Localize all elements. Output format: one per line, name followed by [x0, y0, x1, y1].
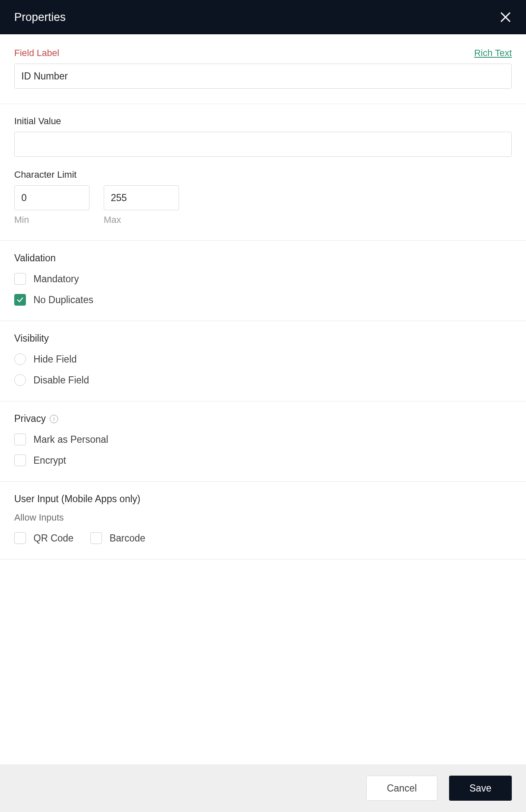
close-icon[interactable] — [499, 11, 512, 23]
visibility-title: Visibility — [14, 333, 512, 344]
disable-field-label: Disable Field — [33, 375, 89, 386]
qr-code-label: QR Code — [33, 533, 74, 544]
disable-field-radio[interactable] — [14, 374, 26, 386]
encrypt-checkbox[interactable] — [14, 455, 26, 466]
section-privacy: Privacy i Mark as Personal Encrypt — [0, 401, 526, 482]
mandatory-checkbox[interactable] — [14, 273, 26, 285]
allow-inputs-label: Allow Inputs — [14, 512, 512, 523]
encrypt-label: Encrypt — [33, 455, 66, 466]
privacy-title-text: Privacy — [14, 413, 46, 424]
field-label-title: Field Label — [14, 48, 59, 59]
char-limit-max-input[interactable] — [104, 185, 179, 210]
section-initial-value: Initial Value Character Limit Min Max — [0, 104, 526, 241]
mark-personal-checkbox[interactable] — [14, 434, 26, 445]
rich-text-link[interactable]: Rich Text — [474, 48, 512, 59]
barcode-checkbox[interactable] — [90, 532, 102, 544]
privacy-title: Privacy i — [14, 413, 512, 424]
mark-personal-label: Mark as Personal — [33, 434, 108, 445]
initial-value-label: Initial Value — [14, 116, 512, 127]
qr-code-checkbox[interactable] — [14, 532, 26, 544]
user-input-title: User Input (Mobile Apps only) — [14, 493, 512, 505]
mandatory-label: Mandatory — [33, 273, 79, 285]
char-limit-max-hint: Max — [104, 214, 179, 225]
dialog-title: Properties — [14, 11, 66, 24]
no-duplicates-checkbox[interactable] — [14, 294, 26, 306]
dialog-header: Properties — [0, 0, 526, 34]
no-duplicates-label: No Duplicates — [33, 294, 93, 306]
cancel-button[interactable]: Cancel — [366, 776, 437, 801]
dialog-footer: Cancel Save — [0, 764, 526, 812]
barcode-label: Barcode — [110, 533, 146, 544]
hide-field-label: Hide Field — [33, 354, 77, 365]
section-field-label: Field Label Rich Text — [0, 34, 526, 104]
field-label-input[interactable] — [14, 64, 512, 89]
char-limit-min-input[interactable] — [14, 185, 89, 210]
char-limit-min-hint: Min — [14, 214, 89, 225]
initial-value-input[interactable] — [14, 132, 512, 157]
character-limit-label: Character Limit — [14, 169, 512, 180]
section-validation: Validation Mandatory No Duplicates — [0, 241, 526, 321]
section-user-input: User Input (Mobile Apps only) Allow Inpu… — [0, 482, 526, 559]
validation-title: Validation — [14, 253, 512, 264]
section-visibility: Visibility Hide Field Disable Field — [0, 321, 526, 401]
save-button[interactable]: Save — [449, 776, 512, 801]
hide-field-radio[interactable] — [14, 353, 26, 365]
info-icon[interactable]: i — [50, 415, 58, 423]
